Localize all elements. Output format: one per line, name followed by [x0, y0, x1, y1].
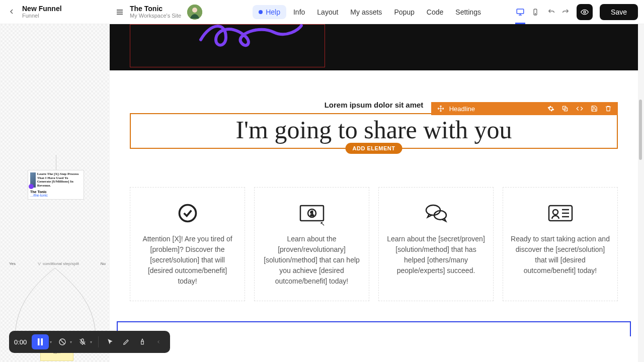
recorder-bar: 0:00 ▾ ▾ ▾ [9, 331, 170, 353]
redo-icon[interactable] [561, 8, 570, 16]
copy-icon[interactable] [561, 105, 569, 112]
check-circle-icon [137, 202, 237, 225]
step-url: .../the-tonic [30, 194, 82, 197]
preview-button[interactable] [577, 4, 593, 20]
chat-icon [386, 202, 486, 225]
scrollbar[interactable] [639, 100, 642, 160]
step-thumbnail [30, 172, 36, 188]
desktop-icon[interactable] [515, 7, 525, 17]
site-name: The Tonic [130, 5, 181, 13]
svg-point-15 [553, 210, 558, 215]
branch-no: No [101, 261, 106, 266]
svg-point-1 [192, 8, 197, 13]
selected-element[interactable]: Headline I'm going to share with you ADD… [130, 113, 618, 149]
feature-text: Ready to start taking action and discove… [510, 234, 610, 276]
move-icon[interactable] [437, 105, 444, 112]
separator [98, 336, 99, 347]
feature-text: Learn about the [proven/revolutionary] [… [262, 234, 362, 287]
feature-text: Learn about the [secret/proven] [solutio… [386, 234, 486, 276]
feature-row: Attention [X]! Are you tired of [problem… [110, 164, 638, 321]
left-header: New Funnel Funnel [6, 5, 112, 20]
add-element-button[interactable]: ADD ELEMENT [346, 143, 403, 154]
mic-mute-icon[interactable] [76, 335, 89, 348]
svg-rect-16 [38, 338, 40, 345]
stop-menu-caret[interactable]: ▾ [70, 340, 72, 344]
undo-icon[interactable] [547, 8, 555, 16]
step-title: The Tonic [30, 190, 82, 194]
funnel-sidebar: Learn The [X]-Step Process That I Have U… [0, 24, 110, 362]
nav-info[interactable]: Info [288, 5, 310, 19]
svg-point-8 [179, 205, 196, 222]
recorder-time: 0:00 [14, 338, 27, 346]
nav-code[interactable]: Code [422, 5, 448, 19]
back-button[interactable] [6, 6, 17, 17]
code-icon[interactable] [576, 105, 584, 112]
pen-tool-icon[interactable] [120, 335, 133, 348]
cursor-icon: ↖ [320, 220, 325, 227]
feature-card[interactable]: Ready to start taking action and discove… [503, 187, 618, 301]
nav-center: Help Info Layout My assets Popup Code Se… [253, 5, 486, 19]
toolbar-label: Headline [449, 105, 475, 113]
nav-popup[interactable]: Popup [389, 5, 419, 19]
pause-button[interactable] [32, 334, 49, 349]
money-icon: 1 [262, 202, 362, 225]
history-controls [547, 8, 570, 16]
branch-split-label: conditional step/split [37, 261, 79, 266]
feature-card[interactable]: Learn about the [secret/proven] [solutio… [378, 187, 494, 301]
delete-icon[interactable] [605, 105, 612, 112]
next-section-frame[interactable] [117, 321, 631, 336]
save-button[interactable]: Save [600, 4, 638, 20]
help-button[interactable]: Help [253, 5, 286, 19]
funnel-name: New Funnel [22, 5, 62, 13]
help-label: Help [266, 8, 280, 16]
headline-section: Lorem ipsum dolor sit amet Headline I'm [110, 70, 638, 164]
menu-toggle[interactable] [116, 8, 124, 16]
pointer-tool-icon[interactable] [104, 335, 117, 348]
svg-point-12 [426, 205, 440, 215]
editor-canvas[interactable]: Lorem ipsum dolor sit amet Headline I'm [110, 24, 638, 362]
hero-selection-frame[interactable] [130, 24, 325, 67]
funnel-info: New Funnel Funnel [22, 5, 62, 20]
headline-text[interactable]: I'm going to share with you [135, 116, 613, 144]
save-element-icon[interactable] [591, 105, 598, 112]
site-sub: My Workspace's Site [130, 13, 181, 19]
nav-layout[interactable]: Layout [312, 5, 343, 19]
step-headline: Learn The [X]-Step Process That I Have U… [37, 172, 82, 188]
svg-rect-17 [41, 338, 43, 345]
funnel-step-card[interactable]: Learn The [X]-Step Process That I Have U… [28, 170, 84, 200]
top-right: Save [515, 4, 638, 20]
stop-button[interactable] [56, 335, 69, 348]
svg-rect-2 [517, 9, 524, 14]
hero-section [110, 24, 638, 70]
funnel-sub: Funnel [22, 13, 62, 19]
nav-my-assets[interactable]: My assets [345, 5, 387, 19]
feature-card[interactable]: 1 Learn about the [proven/revolutionary]… [254, 187, 369, 301]
svg-point-5 [584, 11, 586, 13]
svg-text:1: 1 [310, 210, 313, 217]
pause-menu-caret[interactable]: ▾ [50, 340, 52, 344]
settings-icon[interactable] [547, 105, 554, 112]
svg-point-4 [535, 13, 535, 14]
nav-settings[interactable]: Settings [450, 5, 486, 19]
site-info[interactable]: The Tonic My Workspace's Site [130, 5, 181, 20]
collapse-icon[interactable] [152, 335, 165, 348]
help-indicator-icon [259, 10, 263, 14]
highlight-tool-icon[interactable] [136, 335, 149, 348]
id-card-icon [510, 202, 610, 225]
device-switcher [515, 7, 540, 17]
feature-card[interactable]: Attention [X]! Are you tired of [problem… [130, 187, 245, 301]
branch-yes: Yes [9, 261, 16, 266]
branch-labels: Yes conditional step/split No [9, 261, 106, 266]
feature-text: Attention [X]! Are you tired of [problem… [137, 234, 237, 287]
avatar[interactable] [187, 5, 202, 20]
connector-line [56, 155, 56, 170]
top-bar: New Funnel Funnel The Tonic My Workspace… [0, 0, 644, 24]
signature-graphic [198, 24, 304, 55]
element-toolbar: Headline [431, 102, 618, 115]
mic-menu-caret[interactable]: ▾ [90, 340, 92, 344]
mobile-icon[interactable] [530, 7, 540, 17]
